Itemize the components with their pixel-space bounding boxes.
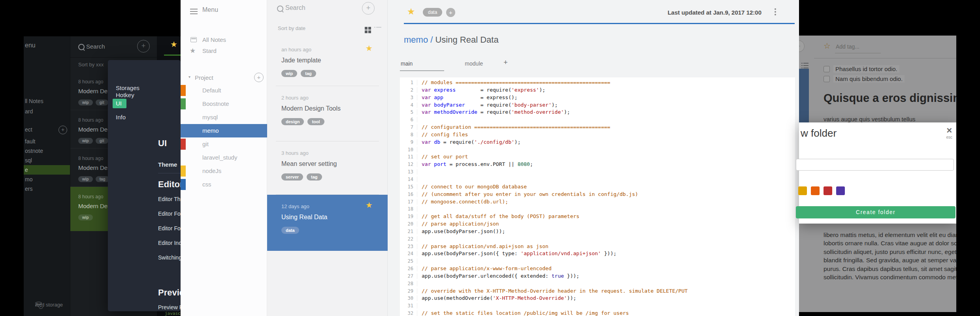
star-toggle-icon[interactable]: ★	[407, 6, 415, 17]
code-token: );	[514, 139, 521, 145]
star-icon[interactable]: ★	[366, 43, 373, 53]
tag-pill[interactable]: tool	[307, 118, 324, 125]
dark-folder-item[interactable]: ostnote	[24, 146, 70, 156]
note-list-panel: Search + Sort by date an hours agoJade t…	[267, 0, 388, 316]
new-note-button[interactable]: +	[362, 2, 375, 15]
dark-sidebar-item-all-notes[interactable]: ll Notes	[25, 98, 43, 104]
menu-label[interactable]: Menu	[202, 6, 218, 13]
code-token: var	[422, 87, 431, 93]
code-token: // connect to our mongoDB database	[422, 184, 527, 190]
settings-row[interactable]: Editor Inc	[158, 240, 181, 246]
kebab-menu-icon[interactable]	[775, 8, 776, 10]
list-view-icon[interactable]	[374, 27, 381, 33]
settings-row[interactable]: Editor Th	[158, 196, 181, 202]
code-token: );	[564, 109, 570, 115]
settings-row[interactable]: Switching	[158, 254, 181, 261]
tab-module[interactable]: module	[465, 60, 483, 67]
note-card[interactable]: 3 hours agoMean server settingservertag	[267, 141, 388, 195]
tag-pill[interactable]: data	[281, 227, 299, 234]
tag-pill[interactable]: git	[96, 138, 108, 144]
settings-row-theme[interactable]: Theme	[158, 161, 177, 168]
settings-row[interactable]: Editor Fo	[158, 225, 181, 231]
note-card[interactable]: an hours agoJade templatewiptag★	[267, 38, 388, 86]
color-swatch[interactable]	[824, 186, 832, 195]
chevron-down-icon[interactable]: ▾	[188, 75, 190, 79]
settings-nav-item[interactable]: UI	[113, 99, 126, 108]
tag-pill[interactable]: wip	[78, 214, 93, 220]
tag-pill[interactable]: tag	[96, 176, 109, 182]
tab-main[interactable]: main	[400, 60, 444, 71]
note-tags: data	[281, 226, 388, 234]
sidebar-item-starred[interactable]: Stard	[202, 47, 217, 54]
code-token: = require(	[440, 139, 474, 145]
settings-nav-item-wrap: Hotkey	[116, 92, 153, 99]
star-icon[interactable]: ★	[170, 40, 177, 49]
tag-pill[interactable]: wip	[78, 138, 93, 144]
tag-pill[interactable]: tag	[301, 70, 316, 77]
dark-sidebar-item-starred[interactable]: ard	[25, 108, 33, 115]
close-button[interactable]: × esc	[946, 126, 952, 139]
code-token: 'application/vnd.api+json'	[520, 250, 601, 256]
sidebar-folder-item[interactable]: nodeJs	[181, 164, 267, 178]
code-token: = require(	[477, 109, 511, 115]
sidebar-folder-item[interactable]: Default	[181, 84, 267, 97]
add-folder-button[interactable]: +	[254, 73, 264, 82]
settings-nav-item[interactable]: Storages	[116, 85, 139, 91]
note-tag-pill[interactable]: data	[423, 8, 442, 17]
tag-pill[interactable]: wip	[281, 70, 297, 77]
dark-add-storage-button[interactable]: + Add storage	[25, 302, 63, 308]
dark-new-note-button[interactable]: +	[137, 40, 150, 53]
color-swatch[interactable]	[811, 186, 820, 195]
code-token: // modules =============================…	[422, 79, 610, 85]
color-swatch[interactable]	[836, 186, 845, 195]
settings-row[interactable]: Editor Fo	[158, 211, 181, 217]
sidebar-folder-item[interactable]: Boostnote	[181, 97, 267, 111]
dark-folder-item[interactable]: sql	[24, 156, 70, 165]
sidebar-folder-item[interactable]: css	[181, 178, 267, 191]
new-tab-button[interactable]: +	[503, 58, 508, 67]
line-number: 26	[400, 266, 417, 271]
note-card[interactable]: 2 hours agoModern Design Toolsdesigntool	[267, 86, 388, 141]
settings-nav-item[interactable]: Hotkey	[116, 92, 134, 98]
tag-pill[interactable]: server	[281, 173, 303, 181]
close-icon[interactable]: ×	[946, 126, 952, 135]
star-icon[interactable]: ★	[366, 200, 373, 210]
code-editor[interactable]: 1// modules ============================…	[400, 77, 795, 316]
code-token: var	[422, 161, 431, 167]
grid-view-icon[interactable]	[365, 27, 371, 33]
note-card[interactable]: 12 days agoUsing Real Datadata★	[267, 195, 388, 251]
sidebar-folder-item[interactable]: mysql	[181, 111, 267, 124]
tag-pill[interactable]: tag	[307, 173, 322, 181]
settings-row[interactable]: Preview F	[158, 304, 181, 310]
dark-search-input[interactable]: Search	[86, 43, 105, 50]
dark-menu-label[interactable]: enu	[25, 42, 36, 49]
create-folder-dialog: w folder × esc Create folder	[799, 122, 956, 224]
search-input[interactable]: Search	[285, 4, 305, 11]
dark-folder-item[interactable]: mo	[24, 175, 70, 184]
search-icon	[277, 6, 283, 12]
tag-pill[interactable]: design	[281, 118, 304, 125]
add-tag-button[interactable]: +	[446, 8, 455, 17]
dark-add-folder-button[interactable]: +	[58, 126, 67, 134]
folder-name-input[interactable]	[796, 159, 954, 171]
create-folder-button[interactable]: Create folder	[796, 206, 956, 218]
breadcrumb-folder[interactable]: memo /	[404, 35, 433, 45]
dialog-title: w folder	[801, 127, 837, 139]
code-token: );	[539, 87, 545, 93]
dark-sort-control[interactable]: Sort by xxx	[78, 62, 104, 68]
color-swatch[interactable]	[798, 186, 807, 195]
dark-folder-item[interactable]: ers	[24, 184, 70, 194]
sort-control[interactable]: Sort by date	[278, 25, 305, 31]
tag-pill[interactable]: wip	[78, 176, 93, 182]
tag-pill[interactable]: git	[96, 100, 108, 105]
settings-nav-item[interactable]: Info	[116, 114, 126, 120]
dark-folder-item[interactable]: fault	[24, 137, 70, 146]
sidebar-item-all-notes[interactable]: All Notes	[202, 36, 226, 43]
dark-folder-item[interactable]: e	[24, 165, 70, 175]
code-token: bodyParser	[434, 102, 465, 108]
sidebar-folder-item[interactable]: memo	[181, 124, 267, 137]
tag-pill[interactable]: wip	[78, 100, 93, 105]
sidebar-folder-item[interactable]: git	[181, 137, 267, 151]
hamburger-icon[interactable]	[190, 9, 198, 9]
sidebar-folder-item[interactable]: laravel_study	[181, 151, 267, 164]
